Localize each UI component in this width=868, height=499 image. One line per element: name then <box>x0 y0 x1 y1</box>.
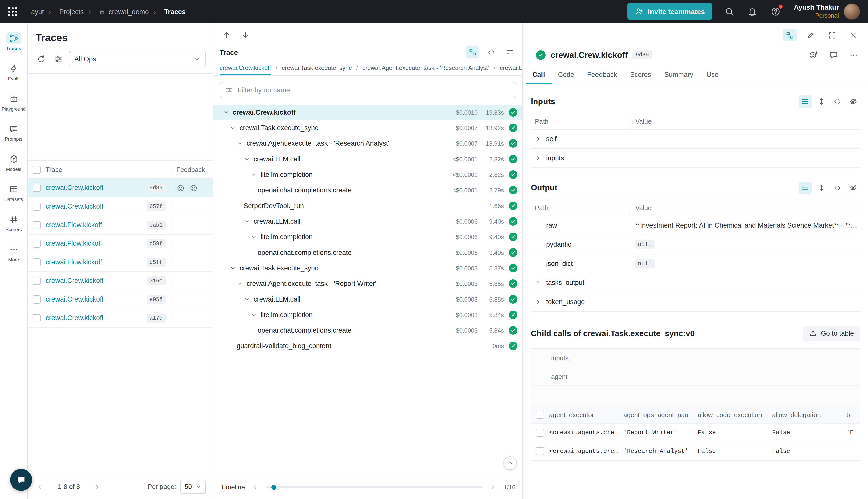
breadcrumb-item[interactable]: crewai_demo <box>84 8 149 15</box>
detail-tab[interactable]: Feedback <box>581 65 624 84</box>
next-call-button[interactable] <box>239 28 252 41</box>
sidebar-item[interactable]: Prompts <box>0 118 27 148</box>
output-row[interactable]: token_usage <box>531 292 860 312</box>
row-checkbox[interactable] <box>33 314 41 322</box>
output-row[interactable]: pydantic null <box>531 235 860 254</box>
close-panel-button[interactable] <box>846 29 860 41</box>
wandb-logo-icon[interactable] <box>8 7 17 16</box>
child-call-row[interactable]: <crewai.agents.cre... 'Research Analyst'… <box>531 442 860 461</box>
chevron-down-icon[interactable] <box>237 140 243 147</box>
support-chat-button[interactable] <box>10 469 32 491</box>
ops-filter-select[interactable]: All Ops <box>69 51 206 67</box>
pretty-view-button[interactable] <box>799 96 812 108</box>
sidebar-item[interactable]: More <box>0 238 27 268</box>
flame-view-button[interactable] <box>503 46 516 58</box>
tree-view-button[interactable] <box>783 29 797 41</box>
row-checkbox[interactable] <box>33 277 41 285</box>
trace-column-header[interactable]: Trace <box>46 166 171 173</box>
column-header[interactable]: allow_delegation <box>772 411 846 418</box>
call-tree-row[interactable]: openai.chat.completions.create $0.0003 5… <box>213 322 522 338</box>
input-row[interactable]: inputs <box>531 149 860 168</box>
sidebar-item[interactable]: Datasets <box>0 178 27 208</box>
call-tree-row[interactable]: crewai.Agent.execute_task - 'Research An… <box>213 136 522 151</box>
trace-row[interactable]: crewai.Crew.kickoff a17d <box>28 309 213 328</box>
edit-call-button[interactable] <box>804 29 818 41</box>
row-checkbox[interactable] <box>536 447 544 455</box>
chevron-down-icon[interactable] <box>251 234 257 240</box>
chevron-right-icon[interactable] <box>535 136 542 142</box>
code-view-button[interactable] <box>831 96 844 108</box>
trace-path-tab[interactable]: crewai.Crew.kickoff <box>220 64 271 75</box>
tree-view-button[interactable] <box>466 46 479 58</box>
detail-tab[interactable]: Code <box>551 65 581 84</box>
chevron-down-icon[interactable] <box>237 280 243 287</box>
column-header[interactable]: allow_code_execution <box>698 411 772 418</box>
breadcrumb-item[interactable]: Traces <box>149 8 186 15</box>
search-button[interactable] <box>723 5 736 17</box>
hide-values-button[interactable] <box>847 182 860 194</box>
call-tree-row[interactable]: crewai.LLM.call <$0.0001 2.82s <box>213 151 522 167</box>
previous-call-button[interactable] <box>220 28 233 41</box>
chevron-down-icon[interactable] <box>230 265 236 271</box>
call-tree-row[interactable]: crewai.Agent.execute_task - 'Report Writ… <box>213 276 522 291</box>
call-tree-row[interactable]: SerperDevTool._run 1.66s <box>213 198 522 214</box>
avatar[interactable] <box>844 3 860 20</box>
user-menu[interactable]: Ayush Thakur Personal <box>794 3 860 20</box>
expand-rows-button[interactable] <box>815 96 828 108</box>
add-reaction-button[interactable] <box>807 48 820 61</box>
trace-link[interactable]: crewai.Flow.kickoff <box>46 221 102 229</box>
trace-path-tab[interactable]: crewai.LLM.cal <box>489 64 522 75</box>
hide-values-button[interactable] <box>847 96 860 108</box>
invite-teammates-button[interactable]: Invite teammates <box>628 3 712 20</box>
output-row[interactable]: tasks_output <box>531 273 860 292</box>
output-row[interactable]: raw **Investment Report: AI in Chemical … <box>531 216 860 235</box>
trace-path-tab[interactable]: crewai.Task.execute_sync <box>271 64 352 75</box>
trace-path-tab[interactable]: crewai.Agent.execute_task - 'Research An… <box>352 64 489 75</box>
per-page-select[interactable]: 50 <box>180 480 206 494</box>
trace-row[interactable]: crewai.Crew.kickoff 657f <box>28 197 213 216</box>
chevron-down-icon[interactable] <box>244 296 250 303</box>
detail-tab[interactable]: Summary <box>658 65 700 84</box>
sidebar-item[interactable]: Evals <box>0 57 27 87</box>
trace-row[interactable]: crewai.Crew.kickoff e058 <box>28 291 213 309</box>
row-checkbox[interactable] <box>33 240 41 248</box>
timeline-prev-button[interactable] <box>250 482 261 493</box>
chevron-down-icon[interactable] <box>251 312 257 318</box>
help-button[interactable] <box>770 5 782 17</box>
timeline-slider[interactable] <box>266 486 483 488</box>
trace-link[interactable]: crewai.Flow.kickoff <box>46 240 102 247</box>
refresh-button[interactable] <box>35 52 48 65</box>
row-checkbox[interactable] <box>33 203 41 210</box>
chevron-right-icon[interactable] <box>535 279 542 286</box>
trace-row[interactable]: crewai.Flow.kickoff c59f <box>28 235 213 253</box>
fullscreen-button[interactable] <box>825 29 839 41</box>
child-call-row[interactable]: <crewai.agents.cre... 'Report Writer' Fa… <box>531 424 860 442</box>
trace-link[interactable]: crewai.Crew.kickoff <box>46 277 104 285</box>
op-name-filter-input[interactable] <box>237 86 511 95</box>
row-checkbox[interactable] <box>33 295 41 304</box>
breadcrumb-item[interactable]: Projects <box>44 8 84 15</box>
call-tree-row[interactable]: crewai.LLM.call $0.0003 5.85s <box>213 291 522 307</box>
call-tree-row[interactable]: litellm.completion <$0.0001 2.82s <box>213 167 522 182</box>
input-row[interactable]: self <box>531 130 860 149</box>
code-view-button[interactable] <box>831 182 844 194</box>
feedback-column-header[interactable]: Feedback <box>171 161 213 179</box>
prev-page-button[interactable] <box>35 481 46 492</box>
code-view-button[interactable] <box>484 46 498 58</box>
expand-rows-button[interactable] <box>815 182 828 194</box>
add-comment-button[interactable] <box>827 48 840 61</box>
trace-link[interactable]: crewai.Flow.kickoff <box>46 258 102 266</box>
call-tree-row[interactable]: crewai.Task.execute_sync $0.0007 13.92s <box>213 120 522 136</box>
chevron-down-icon[interactable] <box>251 171 257 178</box>
call-tree-row[interactable]: crewai.LLM.call $0.0006 9.40s <box>213 214 522 229</box>
trace-row[interactable]: crewai.Flow.kickoff eab1 <box>28 216 213 235</box>
trace-link[interactable]: crewai.Crew.kickoff <box>46 184 104 192</box>
call-tree-row[interactable]: crewai.Task.execute_sync $0.0003 5.87s <box>213 260 522 276</box>
chevron-down-icon[interactable] <box>223 109 229 115</box>
chevron-down-icon[interactable] <box>230 125 236 131</box>
row-checkbox[interactable] <box>536 429 544 437</box>
trace-link[interactable]: crewai.Crew.kickoff <box>46 296 104 303</box>
sidebar-item[interactable]: Models <box>0 148 27 178</box>
call-tree-row[interactable]: crewai.Crew.kickoff $0.0010 19.83s <box>213 105 522 120</box>
pretty-view-button[interactable] <box>799 182 812 194</box>
